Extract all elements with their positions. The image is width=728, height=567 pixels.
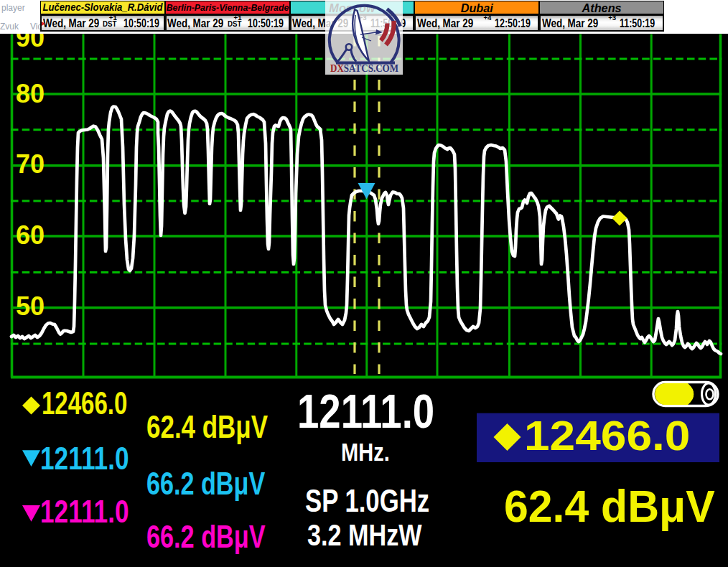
svg-text:60: 60 (16, 220, 45, 250)
svg-text:50: 50 (16, 291, 45, 321)
svg-text:DXSATCS.COM: DXSATCS.COM (330, 62, 398, 74)
svg-text:80: 80 (16, 79, 45, 108)
svg-text:70: 70 (16, 149, 45, 179)
